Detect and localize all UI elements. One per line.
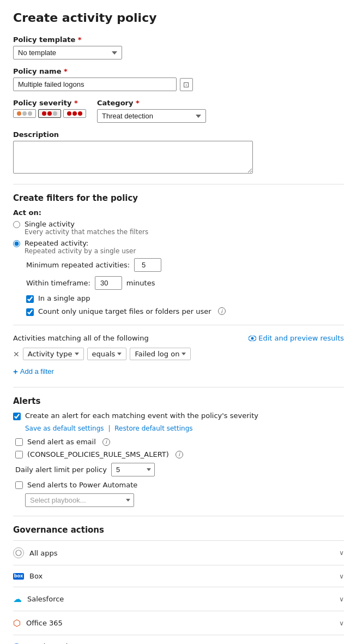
category-select[interactable]: Threat detection	[97, 109, 206, 123]
policy-name-field: Policy name ⊡	[13, 67, 344, 91]
equals-label: equals	[92, 350, 116, 358]
box-label: Box	[29, 572, 43, 580]
policy-template-select[interactable]: No template	[13, 46, 122, 59]
repeated-activity-label[interactable]: Repeated activity:	[25, 239, 89, 247]
sms-row: (CONSOLE_POLICIES_RULE_SMS_ALERT) i	[15, 450, 344, 458]
daily-limit-select[interactable]: 5	[111, 463, 155, 476]
severity-label: Policy severity	[13, 99, 86, 107]
svg-point-2	[16, 550, 21, 556]
severity-med-dot	[42, 111, 46, 116]
single-app-row: In a single app	[26, 294, 344, 303]
restore-default-link[interactable]: Restore default settings	[114, 425, 192, 432]
power-automate-checkbox[interactable]	[15, 481, 23, 489]
single-activity-label[interactable]: Single activity	[25, 220, 75, 228]
category-field: Category Threat detection	[97, 99, 206, 123]
single-activity-radio[interactable]	[13, 221, 20, 228]
gov-row-box[interactable]: box Box ∨	[13, 565, 344, 587]
severity-high-btn[interactable]	[63, 109, 86, 118]
svg-point-1	[251, 337, 254, 339]
activity-type-label: Activity type	[28, 350, 72, 358]
playbook-select[interactable]: Select playbook...	[25, 493, 134, 507]
send-email-row: Send alert as email i	[15, 438, 344, 446]
filters-section-title: Create filters for the policy	[13, 193, 344, 203]
single-app-checkbox[interactable]	[26, 295, 34, 303]
gov-row-salesforce-left: ☁ Salesforce	[13, 594, 64, 604]
clear-icon[interactable]: ⊡	[180, 78, 193, 91]
edit-preview-link[interactable]: Edit and preview results	[249, 334, 344, 342]
min-repeated-label: Minimum repeated activities:	[26, 261, 130, 269]
divider-2	[13, 325, 344, 325]
sms-checkbox[interactable]	[15, 451, 23, 458]
severity-high-dot3	[78, 111, 82, 116]
salesforce-chevron: ∨	[339, 595, 344, 603]
filter-row: ✕ Activity type equals Failed log on	[13, 348, 344, 360]
power-automate-label[interactable]: Send alerts to Power Automate	[27, 481, 137, 489]
filter-value-pill[interactable]: Failed log on	[130, 348, 191, 360]
repeated-activity-desc: Repeated activity by a single user	[25, 247, 136, 255]
matching-label: Activities matching all of the following	[13, 334, 149, 342]
gov-row-salesforce[interactable]: ☁ Salesforce ∨	[13, 587, 344, 611]
severity-low-dot	[17, 111, 21, 116]
gov-row-office365[interactable]: ⬡ Office 365 ∨	[13, 611, 344, 635]
timeframe-label: Within timeframe:	[26, 279, 90, 287]
create-alert-checkbox[interactable]	[13, 413, 21, 420]
add-filter-label: Add a filter	[20, 367, 54, 375]
alerts-section: Alerts Create an alert for each matching…	[13, 396, 344, 507]
gov-row-box-left: box Box	[13, 572, 43, 580]
create-alert-label[interactable]: Create an alert for each matching event …	[25, 412, 258, 420]
filter-value-label: Failed log on	[135, 350, 179, 358]
send-email-info-icon[interactable]: i	[102, 438, 110, 446]
office365-chevron: ∨	[339, 619, 344, 627]
settings-links: Save as default settings | Restore defau…	[25, 425, 344, 432]
policy-template-label: Policy template	[13, 35, 344, 44]
severity-category-row: Policy severity Category Threat detectio…	[13, 99, 344, 123]
act-on-label: Act on:	[13, 208, 344, 217]
timeframe-input[interactable]	[95, 276, 122, 290]
add-icon: +	[13, 367, 18, 376]
gov-row-office365-left: ⬡ Office 365	[13, 618, 63, 628]
divider-4	[13, 516, 344, 516]
sms-label[interactable]: (CONSOLE_POLICIES_RULE_SMS_ALERT)	[27, 450, 169, 458]
policy-name-input[interactable]	[13, 77, 177, 91]
all-apps-svg	[15, 550, 22, 556]
box-chevron: ∨	[339, 573, 344, 580]
unique-target-checkbox[interactable]	[26, 308, 34, 316]
sms-info-icon[interactable]: i	[176, 451, 183, 458]
unique-target-label[interactable]: Count only unique target files or folder…	[38, 307, 211, 315]
severity-low-dot2	[22, 111, 27, 116]
divider-1	[13, 184, 344, 184]
severity-high-dot	[67, 111, 71, 116]
daily-limit-label: Daily alert limit per policy	[15, 466, 107, 474]
description-textarea[interactable]	[13, 141, 253, 174]
sep: |	[108, 425, 110, 432]
box-icon: box	[13, 573, 24, 580]
send-email-label[interactable]: Send alert as email	[27, 438, 96, 446]
activity-type-pill[interactable]: Activity type	[23, 348, 84, 360]
salesforce-label: Salesforce	[27, 595, 64, 603]
severity-low-btn[interactable]	[13, 109, 36, 118]
gov-row-all-apps[interactable]: All apps ∨	[13, 541, 344, 565]
gov-row-google[interactable]: G Google Workspace ∨	[13, 635, 344, 644]
equals-pill[interactable]: equals	[87, 348, 127, 360]
filter-remove-btn[interactable]: ✕	[13, 350, 20, 358]
severity-high-dot2	[72, 111, 77, 116]
repeated-activity-sub: Minimum repeated activities: Within time…	[26, 258, 344, 316]
save-default-link[interactable]: Save as default settings	[25, 425, 104, 432]
equals-chevron	[117, 353, 122, 355]
unique-target-info-icon[interactable]: i	[218, 307, 226, 315]
add-filter-btn[interactable]: + Add a filter	[13, 365, 54, 378]
severity-med-dot2	[47, 111, 52, 116]
daily-limit-row: Daily alert limit per policy 5	[15, 463, 344, 476]
all-apps-icon	[13, 547, 24, 558]
min-repeated-input[interactable]	[134, 258, 161, 272]
send-email-checkbox[interactable]	[15, 438, 23, 446]
repeated-activity-radio[interactable]	[13, 240, 20, 247]
gov-row-google-left: G Google Workspace	[13, 642, 91, 644]
create-alert-row: Create an alert for each matching event …	[13, 412, 344, 420]
single-app-label[interactable]: In a single app	[38, 294, 90, 302]
severity-med-dot3	[53, 111, 57, 116]
timeframe-unit: minutes	[126, 279, 155, 287]
severity-medium-btn[interactable]	[38, 109, 61, 118]
all-apps-label: All apps	[29, 549, 58, 557]
severity-low-dot3	[28, 111, 32, 116]
